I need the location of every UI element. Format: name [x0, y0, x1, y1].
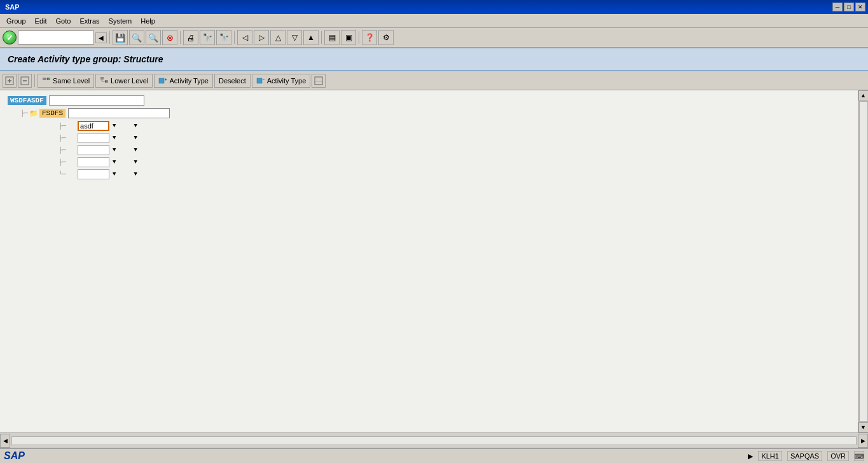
binoculars2-icon: 🔭	[219, 33, 229, 42]
collapse-all-icon	[20, 76, 29, 85]
action-toolbar: Same Level Lower Level Activity Type Des…	[0, 71, 868, 90]
tree-connector-l2-5: └─	[59, 171, 66, 178]
minimize-button[interactable]: ─	[832, 3, 843, 11]
same-level-button[interactable]: Same Level	[38, 74, 94, 88]
dropdown-arrow-4[interactable]: ▼	[113, 159, 116, 165]
dropdown-arrow-5[interactable]: ▼	[113, 171, 116, 177]
save-button[interactable]: 💾	[113, 30, 128, 45]
dropdown-arrow-desc-2[interactable]: ▼	[134, 135, 137, 141]
menu-extras[interactable]: Extras	[76, 16, 103, 26]
status-left: SAP	[4, 450, 25, 462]
tree-connector-l2-3: ├─	[59, 147, 66, 154]
menu-system[interactable]: System	[105, 16, 136, 26]
nav3-button[interactable]: △	[270, 30, 286, 45]
activity-type-select-button[interactable]: Activity Type	[252, 74, 311, 88]
deselect-button[interactable]: Deselect	[214, 74, 251, 88]
find3-button[interactable]: 🔭	[216, 30, 231, 45]
window2-button[interactable]: ▣	[341, 30, 356, 45]
scroll-left-button[interactable]: ◀	[0, 434, 10, 448]
find-icon: 🔍	[132, 33, 142, 43]
level1-description-input[interactable]	[68, 108, 170, 118]
root-description-input[interactable]	[49, 95, 144, 106]
nav5-icon: ▲	[307, 33, 315, 42]
play-icon[interactable]: ▶	[748, 452, 753, 460]
save-icon: 💾	[115, 33, 125, 43]
collapse-all-button[interactable]	[18, 74, 32, 88]
page-header: Create Activity type group: Structure	[0, 48, 868, 71]
maximize-button[interactable]: □	[844, 3, 854, 11]
level2-value-input-2[interactable]	[78, 133, 109, 143]
lower-level-button[interactable]: Lower Level	[95, 74, 153, 88]
separator-5	[359, 31, 359, 44]
expand-all-button[interactable]	[3, 74, 17, 88]
nav2-icon: ▷	[259, 33, 265, 42]
close-button[interactable]: ✕	[855, 3, 865, 11]
separator-a1	[34, 74, 35, 87]
folder-icon: 📁	[29, 109, 38, 118]
level1-label: FSDFS	[39, 109, 65, 118]
dropdown-arrow-2[interactable]: ▼	[113, 135, 116, 141]
settings-button[interactable]: ⚙	[378, 30, 394, 45]
table-row: ├─ ▼ ▼	[59, 157, 860, 167]
h-scroll-track[interactable]	[11, 436, 857, 445]
level2-value-input-5[interactable]	[78, 169, 109, 179]
dropdown-arrow-desc-4[interactable]: ▼	[134, 159, 137, 165]
main-content: WSDFASDF ├─ 📁 FSDFS ├─	[0, 90, 868, 432]
dropdown-arrow-desc-3[interactable]: ▼	[134, 147, 137, 153]
cancel-button[interactable]: ⊗	[162, 30, 177, 45]
tree-connector-l2-4: ├─	[59, 159, 66, 166]
print-icon: 🖨	[187, 33, 195, 43]
find-next-icon: 🔍	[148, 33, 158, 43]
dropdown-arrow-1[interactable]: ▼	[113, 123, 116, 129]
level2-value-input-4[interactable]	[78, 157, 109, 167]
nav2-button[interactable]: ▷	[254, 30, 269, 45]
window2-icon: ▣	[345, 33, 352, 42]
nav4-button[interactable]: ▽	[287, 30, 302, 45]
help-button[interactable]: ❓	[362, 30, 377, 45]
nav1-button[interactable]: ◁	[237, 30, 252, 45]
print-button[interactable]: 🖨	[183, 30, 198, 45]
scroll-up-button[interactable]: ▲	[858, 90, 869, 100]
title-bar-text: SAP	[3, 3, 20, 11]
dropdown-arrow-desc-5[interactable]: ▼	[134, 171, 137, 177]
horizontal-scrollbar[interactable]: ◀ ▶	[0, 432, 868, 448]
scroll-right-button[interactable]: ▶	[858, 434, 868, 448]
dropdown-arrow-3[interactable]: ▼	[113, 147, 116, 153]
menu-help[interactable]: Help	[137, 16, 159, 26]
svg-rect-15	[257, 78, 262, 83]
menu-bar: Group Edit Goto Extras System Help	[0, 14, 868, 28]
menu-edit[interactable]: Edit	[31, 16, 51, 26]
nav-back-button[interactable]: ◀	[95, 32, 107, 43]
find-button[interactable]: 🔍	[129, 30, 144, 45]
confirm-button[interactable]: ✓	[3, 31, 17, 45]
status-bar: SAP ▶ KLH1 SAPQAS OVR ⌨	[0, 448, 868, 463]
table-row: ├─ ▼ ▼	[59, 121, 860, 131]
add-activity-type-button[interactable]: Activity Type	[154, 74, 213, 88]
scroll-down-button[interactable]: ▼	[858, 422, 869, 432]
title-bar-buttons: ─ □ ✕	[832, 3, 865, 11]
page-title: Create Activity type group: Structure	[8, 54, 163, 64]
find2-button[interactable]: 🔭	[200, 30, 215, 45]
window1-icon: ▤	[329, 33, 336, 42]
dropdown-arrow-desc-1[interactable]: ▼	[134, 123, 137, 129]
vertical-scrollbar[interactable]: ▲ ▼	[858, 90, 868, 432]
same-level-icon	[42, 76, 51, 85]
nav5-button[interactable]: ▲	[303, 30, 319, 45]
menu-group[interactable]: Group	[3, 16, 30, 26]
info-button[interactable]	[312, 74, 326, 88]
tree-connector-l2-2: ├─	[59, 135, 66, 142]
table-row: ├─ ▼ ▼	[59, 133, 860, 143]
sap-logo: SAP	[4, 450, 25, 462]
same-level-label: Same Level	[53, 77, 90, 85]
activity-type-add-icon	[158, 76, 167, 85]
svg-rect-12	[159, 78, 164, 83]
scroll-track[interactable]	[859, 101, 868, 422]
tree-level1-row: ├─ 📁 FSDFS ├─ ▼ ▼	[20, 108, 860, 179]
find-next-button[interactable]: 🔍	[146, 30, 161, 45]
binoculars-icon: 🔭	[203, 33, 212, 42]
level2-value-input-1[interactable]	[78, 121, 109, 131]
window1-button[interactable]: ▤	[324, 30, 340, 45]
menu-goto[interactable]: Goto	[52, 16, 75, 26]
command-field[interactable]	[18, 31, 94, 45]
level2-value-input-3[interactable]	[78, 145, 109, 155]
